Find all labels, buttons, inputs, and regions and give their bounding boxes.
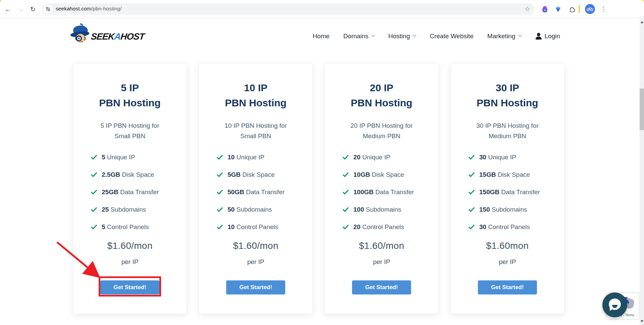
feature-item: 10GB Disk Space <box>342 166 438 183</box>
pricing-card-20ip: 20 IPPBN Hosting 20 IP PBN Hosting forMe… <box>325 63 439 314</box>
feature-list: 5 Unique IP 2.5GB Disk Space 25GB Data T… <box>73 149 187 236</box>
check-icon <box>216 171 223 178</box>
scroll-down-arrow[interactable] <box>641 320 643 322</box>
chevron-down-icon <box>371 33 375 37</box>
feature-item: 2.5GB Disk Space <box>91 166 187 183</box>
nav-item-marketing[interactable]: Marketing <box>487 33 521 40</box>
feature-item: 20 Unique IP <box>342 149 438 166</box>
feature-item: 25 Subdomains <box>91 201 187 218</box>
extensions-puzzle-icon[interactable] <box>567 4 577 14</box>
get-started-button[interactable]: Get Started! <box>352 280 411 294</box>
check-icon <box>468 189 475 196</box>
bookmark-star-icon[interactable]: ☆ <box>525 5 530 13</box>
check-icon <box>91 171 97 178</box>
check-icon <box>216 154 223 161</box>
plan-price-note: per IP <box>73 257 187 267</box>
logo-wordmark: SEEKAHOST <box>90 32 145 42</box>
extension-flame-icon[interactable] <box>540 4 550 14</box>
nav-item-home[interactable]: Home <box>312 33 330 40</box>
feature-list: 20 Unique IP 10GB Disk Space 100GB Data … <box>325 149 438 236</box>
get-started-button[interactable]: Get Started! <box>100 280 159 294</box>
site-header: SEEKAHOST Home Domains Hosting Create We… <box>0 18 640 54</box>
chevron-down-icon <box>518 33 522 37</box>
site-settings-icon[interactable] <box>44 5 52 13</box>
terms-link[interactable]: Terms <box>625 313 634 317</box>
plan-title: 20 IPPBN Hosting <box>325 63 438 110</box>
check-icon <box>468 154 475 161</box>
check-icon <box>91 189 97 196</box>
check-icon <box>468 224 475 230</box>
plan-price: $1.60/mon <box>325 240 438 252</box>
url-host: seekahost.com <box>56 6 91 11</box>
check-icon <box>468 206 475 213</box>
feature-item: 50GB Data Transfer <box>216 183 312 201</box>
feature-item: 15GB Disk Space <box>468 166 564 183</box>
back-icon[interactable]: ← <box>3 4 13 14</box>
extension-gem-icon[interactable] <box>553 4 563 14</box>
pricing-card-30ip: 30 IPPBN Hosting 30 IP PBN Hosting forMe… <box>450 63 564 314</box>
feature-item: 10 Control Panels <box>216 218 312 236</box>
browser-toolbar: ← → ↻ seekahost.com/pbn-hosting/ ☆ <box>0 0 644 18</box>
scrollbar <box>640 18 644 325</box>
nav-item-create-website[interactable]: Create Website <box>430 33 474 40</box>
feature-item: 150GB Data Transfer <box>468 183 564 201</box>
check-icon <box>91 154 97 161</box>
feature-item: 150 Subdomains <box>468 201 564 218</box>
main-nav: Home Domains Hosting Create Website Mark… <box>312 18 560 54</box>
check-icon <box>468 171 475 178</box>
nav-item-login[interactable]: Login <box>535 33 560 40</box>
feature-item: 5GB Disk Space <box>216 166 312 183</box>
plan-price: $1.60/mon <box>199 240 312 252</box>
reload-icon[interactable]: ↻ <box>28 4 38 14</box>
plan-price-note: per IP <box>199 257 312 267</box>
url-path: /pbn-hosting/ <box>91 6 122 11</box>
pricing-cards: 5 IPPBN Hosting 5 IP PBN Hosting forSmal… <box>73 63 564 314</box>
feature-item: 30 Control Panels <box>468 218 564 236</box>
check-icon <box>216 189 223 196</box>
feature-item: 10 Unique IP <box>216 149 312 166</box>
nav-item-domains[interactable]: Domains <box>343 33 375 40</box>
plan-title: 5 IPPBN Hosting <box>73 63 187 110</box>
plan-title: 30 IPPBN Hosting <box>451 63 564 110</box>
address-bar[interactable]: seekahost.com/pbn-hosting/ ☆ <box>42 3 534 15</box>
feature-item: 30 Unique IP <box>468 149 564 166</box>
check-icon <box>91 206 97 213</box>
plan-price: $1.60/mon <box>73 240 187 252</box>
feature-item: 5 Control Panels <box>91 218 187 236</box>
scrollbar-thumb[interactable] <box>640 89 644 130</box>
plan-subtitle: 20 IP PBN Hosting forMedium PBN <box>325 120 438 141</box>
profile-avatar[interactable] <box>585 4 595 14</box>
feature-item: 20 Control Panels <box>342 218 438 236</box>
get-started-button[interactable]: Get Started! <box>226 280 285 294</box>
get-started-button[interactable]: Get Started! <box>478 280 537 294</box>
scroll-up-arrow[interactable] <box>641 21 643 23</box>
plan-title: 10 IPPBN Hosting <box>199 63 312 110</box>
plan-price: $1.60mon <box>451 240 564 252</box>
feature-item: 100 Subdomains <box>342 201 438 218</box>
check-icon <box>91 224 97 230</box>
nav-item-hosting[interactable]: Hosting <box>388 33 416 40</box>
url-text: seekahost.com/pbn-hosting/ <box>56 6 121 12</box>
chat-bubble-icon <box>609 299 621 310</box>
check-icon <box>342 189 349 196</box>
plan-subtitle: 30 IP PBN Hosting forMedium PBN <box>451 120 564 141</box>
check-icon <box>216 206 223 213</box>
plan-subtitle: 5 IP PBN Hosting forSmall PBN <box>73 120 187 141</box>
chat-widget-button[interactable] <box>602 292 627 317</box>
logo-detective-icon <box>69 22 90 45</box>
feature-list: 10 Unique IP 5GB Disk Space 50GB Data Tr… <box>199 149 312 236</box>
theme-separator <box>579 5 580 13</box>
browser-menu-icon[interactable]: ⋮ <box>600 4 607 14</box>
check-icon <box>216 224 223 230</box>
forward-icon[interactable]: → <box>16 4 26 14</box>
feature-item: 100GB Data Transfer <box>342 183 438 201</box>
feature-item: 50 Subdomains <box>216 201 312 218</box>
plan-subtitle: 10 IP PBN Hosting forSmall PBN <box>199 120 312 141</box>
check-icon <box>342 224 349 230</box>
feature-item: 25GB Data Transfer <box>91 183 187 201</box>
chevron-down-icon <box>413 33 416 37</box>
check-icon <box>342 206 349 213</box>
pricing-card-10ip: 10 IPPBN Hosting 10 IP PBN Hosting forSm… <box>199 63 313 314</box>
seekahost-logo[interactable]: SEEKAHOST <box>69 22 144 45</box>
pricing-card-5ip: 5 IPPBN Hosting 5 IP PBN Hosting forSmal… <box>73 63 187 314</box>
